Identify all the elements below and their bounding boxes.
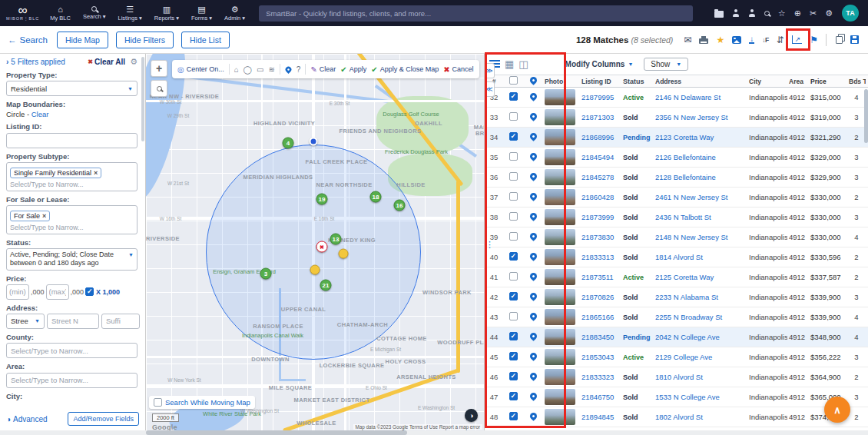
col-beds[interactable]: Bds Ttl — [847, 78, 866, 85]
map-pin-icon[interactable] — [528, 413, 538, 421]
col-listing-id[interactable]: Listing ID — [580, 78, 621, 85]
map-help-icon[interactable]: ? — [297, 65, 301, 74]
address-link[interactable]: 2126 Bellefontaine — [654, 153, 747, 161]
map-marker[interactable]: 4 — [283, 138, 294, 149]
table-row[interactable]: 42 21870826 Sold 2233 N Alabama St India… — [485, 287, 868, 307]
map-pin-icon[interactable] — [528, 273, 538, 281]
clear-boundaries-link[interactable]: Clear — [31, 110, 49, 118]
center-on-button[interactable]: ◎Center On... — [177, 65, 224, 74]
email-icon[interactable]: ✉ — [684, 35, 691, 45]
listing-photo[interactable] — [545, 349, 575, 365]
row-checkbox[interactable] — [509, 232, 518, 241]
col-photo[interactable]: Photo — [543, 78, 580, 85]
address-link[interactable]: 1810 Alvord St — [654, 373, 747, 381]
listing-photo[interactable] — [545, 309, 575, 325]
row-checkbox[interactable] — [509, 272, 518, 281]
row-checkbox[interactable] — [509, 252, 518, 261]
map-pin-icon[interactable] — [528, 373, 538, 381]
table-row[interactable]: 36 21845278 Sold 2128 Bellefontaine Indi… — [485, 168, 868, 188]
street-direction-select[interactable]: Stree▼ — [6, 314, 45, 329]
clear-shapes-button[interactable]: ✎Clear — [310, 65, 336, 74]
address-link[interactable]: 2233 N Alabama St — [654, 293, 747, 301]
user-avatar[interactable]: TA — [842, 5, 859, 22]
modify-columns-button[interactable]: Modify Columns▼ — [565, 60, 634, 68]
row-checkbox[interactable] — [509, 132, 518, 141]
search-icon[interactable] — [764, 11, 770, 16]
listing-id-input[interactable] — [6, 133, 137, 148]
property-type-select[interactable]: Residential▼ — [6, 81, 137, 96]
address-link[interactable]: 2436 N Talbott St — [654, 213, 747, 221]
map-pin-icon[interactable] — [528, 153, 538, 161]
map-pin-icon[interactable] — [528, 313, 538, 321]
listing-id-link[interactable]: 21873830 — [580, 233, 621, 241]
row-checkbox[interactable] — [509, 192, 518, 201]
map-pin-icon[interactable] — [528, 253, 538, 261]
row-checkbox[interactable] — [509, 112, 518, 121]
print-icon[interactable] — [699, 38, 708, 44]
agent-icon[interactable] — [748, 9, 756, 17]
county-input[interactable] — [6, 343, 137, 358]
address-link[interactable]: 1802 Alvord St — [654, 413, 747, 421]
map-marker[interactable] — [339, 249, 349, 259]
map-pin-icon[interactable] — [528, 353, 538, 361]
address-link[interactable]: 2148 N New Jersey St — [654, 233, 747, 241]
listing-id-link[interactable]: 21833313 — [580, 253, 621, 261]
map-marker[interactable]: ✖ — [316, 241, 328, 253]
col-city[interactable]: City — [747, 78, 787, 85]
listing-photo[interactable] — [545, 229, 575, 245]
listing-photo[interactable] — [545, 289, 575, 305]
thousands-checkbox[interactable] — [85, 287, 94, 296]
row-checkbox[interactable] — [509, 312, 518, 320]
listing-id-link[interactable]: 21865166 — [580, 313, 621, 321]
address-link[interactable]: 2255 N Broadway St — [654, 313, 747, 321]
nav-admin[interactable]: ⚙Admin ▾ — [218, 0, 251, 26]
row-checkbox[interactable] — [509, 372, 518, 380]
map-marker[interactable]: 18 — [370, 191, 382, 203]
listing-id-link[interactable]: 21879995 — [580, 93, 621, 101]
sort-descending-icon[interactable]: ↓F — [762, 36, 768, 44]
nav-forms[interactable]: ▤Forms ▾ — [185, 0, 218, 26]
listing-id-link[interactable]: 21846750 — [580, 393, 621, 401]
hide-list-button[interactable]: Hide List — [181, 32, 230, 48]
download-icon[interactable]: ↓ — [749, 35, 754, 44]
row-checkbox[interactable] — [509, 392, 518, 400]
draw-polygon-icon[interactable]: ⌂ — [234, 65, 239, 74]
address-link[interactable]: 2356 N New Jersey St — [654, 113, 747, 121]
map-marker[interactable]: 3 — [260, 268, 272, 280]
table-row[interactable]: 33 21871303 Sold 2356 N New Jersey St In… — [485, 108, 868, 128]
cancel-button[interactable]: ✖Cancel — [443, 65, 473, 74]
table-row[interactable]: 45 21853043 Active 2129 College Ave Indi… — [485, 347, 868, 367]
remove-chip-icon[interactable]: × — [94, 169, 98, 177]
expand-panel-chevrons[interactable]: ≫ — [485, 63, 495, 78]
sale-or-lease-field[interactable]: For Sale× Select/Type to Narrow... — [6, 205, 137, 234]
map-marker[interactable]: 19 — [316, 194, 328, 205]
save-icon[interactable] — [850, 35, 859, 44]
advanced-toggle[interactable]: ◑Advanced — [6, 415, 48, 423]
filters-applied-toggle[interactable]: ›5 Filters applied — [6, 58, 65, 66]
photo-export-icon[interactable] — [732, 36, 741, 44]
nav-search[interactable]: Search ▾ — [77, 0, 112, 26]
add-remove-fields-button[interactable]: Add/Remove Fields — [68, 412, 139, 426]
listing-photo[interactable] — [545, 209, 575, 225]
select-all-checkbox[interactable] — [509, 76, 518, 85]
map-pin-icon[interactable] — [528, 293, 538, 301]
clear-all-button[interactable]: ✖Clear All — [88, 58, 125, 66]
price-min-input[interactable] — [6, 284, 29, 300]
address-link[interactable]: 2042 N College Ave — [654, 333, 747, 341]
listing-id-link[interactable]: 21853043 — [580, 353, 621, 361]
listing-photo[interactable] — [545, 189, 575, 205]
collapse-panel-chevrons[interactable]: ≪ — [485, 81, 495, 97]
listing-photo[interactable] — [545, 369, 575, 385]
remove-chip-icon[interactable]: × — [42, 212, 46, 220]
map-pin-icon[interactable] — [528, 393, 538, 401]
address-link[interactable]: 2123 Coretta Way — [654, 133, 747, 141]
listing-photo[interactable] — [545, 89, 575, 105]
listing-photo[interactable] — [545, 409, 575, 425]
listing-photo[interactable] — [545, 329, 575, 345]
brand-logo[interactable]: ∞ MIBOR⋮BLC — [6, 5, 39, 22]
nav-my-blc[interactable]: ⌂My BLC — [44, 0, 77, 26]
table-row[interactable]: 38 21873999 Sold 2436 N Talbott St India… — [485, 208, 868, 227]
listing-id-link[interactable]: 21871303 — [580, 113, 621, 121]
property-subtype-field[interactable]: Single Family Residential× Select/Type t… — [6, 162, 137, 191]
table-row[interactable]: 47 21846750 Sold 1533 N College Ave Indi… — [485, 387, 868, 407]
